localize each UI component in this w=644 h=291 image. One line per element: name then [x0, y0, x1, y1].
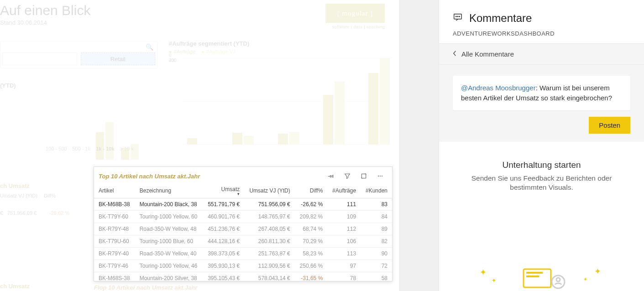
- svg-point-2: [380, 176, 381, 177]
- comments-icon: [453, 12, 463, 24]
- chart-legend: #Aufträge #Aufträge VJ: [169, 49, 393, 54]
- comments-subtitle: ADVENTUREWORKSDASHBOARD: [453, 30, 630, 37]
- col-diff[interactable]: Diff%: [295, 183, 328, 198]
- start-title: Unterhaltung starten: [453, 160, 630, 170]
- svg-rect-9: [526, 272, 543, 274]
- slicer-option-blank[interactable]: [2, 52, 77, 65]
- table-row[interactable]: BK-T79Y-60Touring-1000 Yellow, 60460.901…: [94, 211, 392, 223]
- table-row[interactable]: BK-M68B-38Mountain-200 Black, 38551.791,…: [94, 198, 392, 211]
- bottom-title: ch Umsatz: [0, 283, 30, 290]
- top10-table-visual[interactable]: Top 10 Artikel nach Umsatz akt.Jahr Arti…: [94, 166, 393, 281]
- back-label: Alle Kommentare: [461, 50, 514, 58]
- col-artikel[interactable]: Artikel: [94, 183, 135, 198]
- search-icon[interactable]: 🔍: [146, 43, 153, 51]
- brand-badge: [ mogular ] software | data | coaching: [325, 4, 385, 23]
- col-umsatz-vj[interactable]: Umsatz VJ (YtD): [244, 183, 295, 198]
- table-row[interactable]: BK-T79U-60Touring-1000 Blue, 60444.128,1…: [94, 235, 392, 248]
- svg-point-7: [459, 16, 460, 16]
- table-row[interactable]: BK-M68S-38Mountain-200 Silver, 38395.105…: [94, 272, 392, 285]
- svg-point-6: [457, 16, 458, 16]
- gap-strip: [399, 0, 439, 291]
- slicer-channel[interactable]: 🔍 Retail: [0, 41, 157, 68]
- svg-point-3: [382, 176, 382, 177]
- mini-chart-categories: 100 - 500 500 - 1k 1k - 10k > 10 k: [0, 146, 157, 151]
- slicer-option-retail[interactable]: Retail: [81, 52, 156, 65]
- post-button[interactable]: Posten: [589, 117, 630, 134]
- comment-mention[interactable]: @Andreas Moosbrugger: [461, 84, 536, 92]
- pin-icon[interactable]: [323, 170, 339, 182]
- focus-mode-icon[interactable]: [356, 170, 372, 182]
- svg-point-12: [556, 278, 560, 281]
- start-illustration: ✦ ✦ ✦ ✦: [473, 264, 610, 291]
- ytd-label: (YTD): [0, 82, 16, 89]
- table-row[interactable]: BK-R79Y-40Road-350-W Yellow, 40398.373,0…: [94, 248, 392, 260]
- chart-title: #Aufträge segmentiert (YTD): [169, 40, 393, 47]
- col-umsatz[interactable]: Umsatz: [203, 183, 244, 198]
- svg-point-5: [456, 16, 456, 16]
- top10-table[interactable]: Artikel Bezeichnung Umsatz Umsatz VJ (Yt…: [94, 183, 392, 284]
- col-kunden[interactable]: #Kunden: [361, 183, 392, 198]
- start-conversation-section: Unterhaltung starten Senden Sie uns Feed…: [439, 142, 644, 291]
- svg-rect-0: [361, 174, 366, 178]
- col-auftraege[interactable]: #Aufträge: [327, 183, 361, 198]
- segmented-orders-chart[interactable]: #Aufträge segmentiert (YTD) #Aufträge #A…: [169, 40, 393, 159]
- table-row[interactable]: BK-R79Y-48Road-350-W Yellow, 48451.236,7…: [94, 223, 392, 235]
- start-subtitle: Senden Sie uns Feedback zu Berichten ode…: [453, 174, 630, 193]
- svg-point-1: [378, 176, 379, 177]
- side-table-title: ch Umsatz: [0, 182, 91, 189]
- brand-sub: software | data | coaching: [332, 25, 385, 29]
- report-canvas: Auf einen Blick Stand 30.06.2014 [ mogul…: [0, 0, 399, 291]
- flop-title: Flop 10 Artikel nach Umsatz akt.Jahr: [94, 284, 197, 291]
- svg-rect-10: [526, 275, 539, 277]
- col-bezeichnung[interactable]: Bezeichnung: [135, 183, 203, 198]
- back-to-all-comments[interactable]: Alle Kommentare: [439, 43, 644, 65]
- comment-input-bubble[interactable]: @Andreas Moosbrugger: Warum ist bei unse…: [453, 76, 630, 110]
- comments-title: Kommentare: [469, 12, 532, 25]
- visual-title: Top 10 Artikel nach Umsatz akt.Jahr: [99, 173, 200, 180]
- brand-label: [ mogular ]: [337, 10, 373, 17]
- chevron-left-icon: [453, 50, 457, 58]
- filter-icon[interactable]: [339, 170, 356, 182]
- side-summary-table: ch Umsatz Umsatz VJ (YtD) Diff% € 751.95…: [0, 182, 91, 216]
- more-options-icon[interactable]: [372, 170, 388, 182]
- table-row[interactable]: BK-T79Y-46Touring-1000 Yellow, 46395.930…: [94, 260, 392, 272]
- comments-panel: Kommentare ADVENTUREWORKSDASHBOARD Alle …: [439, 0, 644, 291]
